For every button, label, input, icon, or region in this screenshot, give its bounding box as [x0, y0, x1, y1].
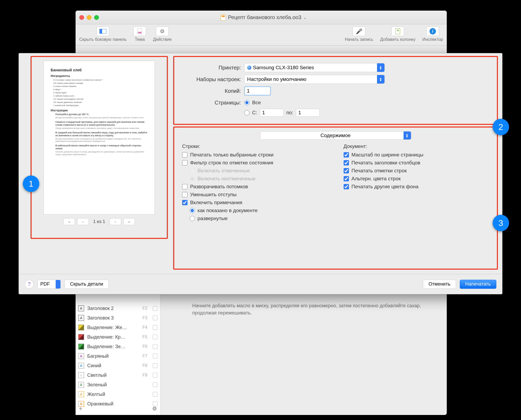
cancel-button[interactable]: Отменить — [423, 280, 456, 289]
style-swatch-icon — [78, 334, 84, 340]
style-list-item[interactable]: Выделение: Кр…F5 — [76, 332, 160, 342]
print-button[interactable]: Напечатать — [460, 280, 496, 289]
reduce-indent-checkbox[interactable] — [182, 192, 187, 197]
preview-ingredient: 3 очень спелых банана — [53, 85, 148, 88]
add-column-label: Добавить колонку — [380, 37, 415, 42]
theme-button[interactable] — [133, 27, 146, 36]
pdf-button[interactable]: PDF — [37, 280, 61, 289]
pages-all-label: Все — [252, 100, 261, 106]
presets-value: Настройки по умолчанию — [247, 76, 307, 82]
style-apply-checkbox[interactable] — [153, 373, 157, 378]
preview-instructions-heading: Инструкции — [51, 109, 148, 112]
record-button[interactable] — [353, 27, 365, 36]
printer-label: Принтер: — [179, 65, 241, 71]
pages-all-radio[interactable] — [244, 100, 249, 105]
pager-last-button[interactable]: » — [123, 218, 135, 225]
hide-details-button[interactable]: Скрыть детали — [64, 280, 109, 289]
style-list-item[interactable]: АБагряныйF7 — [76, 351, 160, 361]
filter-status-checkbox[interactable] — [182, 160, 187, 165]
print-options-area: Содержимое ▲▼ Строки: Печатать только вы… — [173, 126, 498, 270]
close-window[interactable] — [79, 15, 84, 20]
pager-first-button[interactable]: « — [63, 218, 75, 225]
record-label: Начать запись — [345, 37, 373, 42]
preview-step: В средней или большой миске смешайте мук… — [55, 131, 148, 143]
style-swatch-icon: А — [78, 363, 84, 369]
print-headers-checkbox[interactable] — [344, 160, 349, 165]
style-list-item[interactable]: АСветлыйF9 — [76, 370, 160, 380]
fit-width-checkbox[interactable] — [344, 152, 349, 158]
notes-expanded-radio[interactable] — [190, 216, 195, 221]
add-style-button[interactable]: + — [79, 405, 82, 412]
style-list-item[interactable]: Выделение: Зе…F6 — [76, 342, 160, 351]
style-list-item[interactable]: АЗаголовок 2F2 — [76, 304, 160, 313]
style-apply-checkbox[interactable] — [153, 306, 157, 311]
pager-prev-button[interactable]: ‹ — [77, 218, 89, 225]
pages-from-input[interactable] — [260, 109, 284, 117]
title-chevron-icon[interactable] — [303, 14, 305, 20]
style-swatch-icon — [78, 344, 84, 349]
style-swatch-icon — [78, 325, 84, 330]
pages-to-input[interactable] — [296, 109, 320, 117]
options-category-dropdown[interactable]: Содержимое ▲▼ — [260, 131, 411, 140]
panel-icon — [99, 29, 106, 34]
action-button[interactable] — [156, 27, 169, 36]
style-list-item[interactable]: АЖелтый — [76, 390, 160, 399]
alt-row-colors-checkbox[interactable] — [344, 176, 349, 181]
only-selected-checkbox[interactable] — [182, 152, 187, 158]
inspector-button[interactable]: i — [426, 27, 439, 36]
action-label: Действие — [153, 37, 172, 42]
pages-range-radio[interactable] — [244, 110, 249, 115]
print-bg-colors-checkbox[interactable] — [344, 184, 349, 189]
print-dialog-footer: ? PDF Скрыть детали Отменить Напечатать — [19, 274, 502, 294]
notes-as-shown-radio[interactable] — [190, 208, 195, 213]
style-apply-checkbox[interactable] — [153, 316, 157, 320]
style-apply-checkbox[interactable] — [153, 344, 157, 349]
style-swatch-icon: А — [78, 315, 84, 321]
pages-from-label: С: — [252, 110, 257, 116]
print-row-marks-checkbox[interactable] — [344, 168, 349, 173]
style-apply-checkbox[interactable] — [153, 392, 157, 397]
pages-label: Страницы: — [179, 100, 241, 106]
printer-dropdown[interactable]: Samsung CLX-3180 Series ▲▼ — [244, 63, 385, 72]
style-list-item[interactable]: Выделение: Же…F4 — [76, 323, 160, 332]
copies-input[interactable] — [244, 86, 271, 95]
expand-children-checkbox[interactable] — [182, 184, 187, 189]
style-swatch-icon: А — [78, 382, 84, 388]
preview-pager: « ‹ 1 из 1 › » — [34, 218, 164, 225]
pager-next-button[interactable]: › — [110, 218, 121, 225]
style-apply-checkbox[interactable] — [153, 382, 157, 387]
pages-to-label: по: — [286, 110, 293, 116]
style-list-item[interactable]: АСинийF8 — [76, 361, 160, 370]
dropdown-arrows-icon: ▲▼ — [379, 65, 382, 70]
add-column-button[interactable] — [391, 27, 404, 36]
callout-1: 1 — [23, 176, 39, 192]
minimize-window[interactable] — [87, 15, 91, 20]
presets-dropdown[interactable]: Настройки по умолчанию ▲▼ — [244, 75, 385, 84]
help-button[interactable]: ? — [25, 280, 34, 289]
style-apply-checkbox[interactable] — [153, 325, 157, 330]
printer-value: Samsung CLX-3180 Series — [253, 65, 314, 71]
zoom-window[interactable] — [94, 15, 99, 20]
preview-ingredients-heading: Ингредиенты — [51, 74, 148, 77]
preview-ingredient: 3/4 чашки коричневого сахара — [53, 82, 148, 85]
copies-label: Копий: — [179, 88, 241, 94]
style-apply-checkbox[interactable] — [153, 354, 157, 358]
style-apply-checkbox[interactable] — [153, 363, 157, 368]
callout-2: 2 — [493, 119, 509, 135]
options-category-value: Содержимое — [321, 133, 351, 138]
sidebar-gear-button[interactable] — [152, 405, 157, 412]
include-unchecked-radio — [190, 176, 195, 181]
include-notes-checkbox[interactable] — [182, 200, 187, 205]
preview-ingredient: * комнатной температуры — [53, 104, 148, 107]
preview-ingredient: 1/2 чашки шоколадных чипсов — [53, 98, 148, 101]
style-list-item[interactable]: АЗаголовок 3F3 — [76, 313, 160, 323]
include-checked-radio — [190, 168, 195, 173]
print-dialog: Банановый хлеб Ингредиенты 8 столовых ло… — [19, 53, 502, 294]
dropdown-arrows-icon: ▲▼ — [406, 133, 409, 138]
window-title: Рецепт бананового хлеба.oo3 — [99, 14, 427, 21]
preview-ingredient: 8 столовых ложек несоленого сливочного м… — [53, 78, 148, 82]
hide-sidebar-button[interactable] — [97, 27, 109, 36]
style-list-item[interactable]: АЗеленый — [76, 380, 160, 390]
style-apply-checkbox[interactable] — [153, 335, 157, 339]
style-swatch-icon: А — [78, 353, 84, 359]
